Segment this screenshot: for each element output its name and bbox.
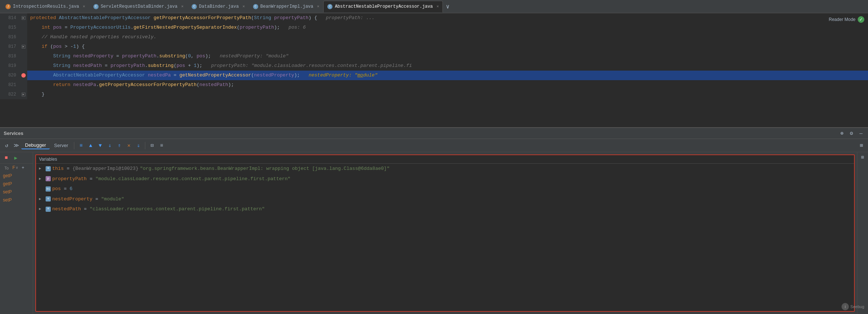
var-icon-this: ≡ (46, 166, 51, 171)
expand-propertypath[interactable]: ▶ (39, 176, 44, 182)
var-equals-nestedpath: = (84, 206, 87, 213)
gutter-819 (20, 61, 27, 71)
debugger-tab[interactable]: Debugger (21, 142, 50, 149)
tab-close-beanwrapper[interactable]: × (317, 4, 320, 9)
line-content-821: return nestedPa.getPropertyAccessorForPr… (27, 80, 868, 90)
var-value-propertypath: "module.classLoader.resources.context.pa… (95, 175, 291, 183)
stack-item-getp1[interactable]: getP (0, 172, 33, 180)
var-name-propertypath: propertyPath (52, 175, 87, 183)
fold-arrow-822[interactable]: ▶ (22, 93, 25, 96)
line-content-818: String nestedProperty = propertyPath.sub… (27, 51, 868, 61)
debugger-toolbar: ↺ ≫ Debugger Server ≡ ▲ ▼ ⇓ ⇑ ✕ ⇓ ⊟ ≡ ⊞ (0, 139, 868, 152)
layout-btn[interactable]: ⊞ (857, 141, 866, 150)
stop-btn[interactable]: ✕ (124, 141, 133, 150)
filter-f[interactable]: F (13, 165, 15, 170)
step-over-btn[interactable]: ≡ (77, 141, 85, 150)
tab-close-abstract[interactable]: × (437, 4, 439, 9)
step-into-btn[interactable]: ▼ (96, 141, 104, 150)
left-sidebar: ■ ▶ To F ∨ + getP getP setP setP (0, 152, 33, 314)
var-row-pos[interactable]: 01 pos = 6 (36, 184, 854, 194)
class-icon-servlet: C (93, 4, 99, 9)
code-line-819: 819 String nestedPath = propertyPath.sub… (0, 61, 868, 71)
services-panel: Services ⊕ ⚙ — ↺ ≫ Debugger Server ≡ ▲ ▼… (0, 127, 868, 314)
var-row-nestedproperty[interactable]: ▶ ≡ nestedProperty = "module" (36, 194, 854, 204)
seebug-logo: i (842, 303, 849, 310)
refresh-btn[interactable]: ↺ (2, 141, 11, 150)
breakpoint-820[interactable] (21, 73, 26, 78)
var-value-nestedproperty: "module" (101, 196, 124, 203)
tab-close-databinder[interactable]: × (242, 4, 245, 9)
expand-nestedpath[interactable]: ▶ (39, 206, 44, 212)
stack-item-getp2[interactable]: getP (0, 180, 33, 188)
settings-icon-btn[interactable]: ⚙ (848, 130, 855, 137)
variables-header: Variables (36, 155, 854, 164)
var-name-this: this (52, 165, 64, 172)
services-header: Services ⊕ ⚙ — (0, 128, 868, 139)
var-equals-pos: = (64, 185, 67, 193)
tab-abstract[interactable]: C AbstractNestablePropertyAccessor.java … (323, 1, 443, 13)
tab-introspection[interactable]: J IntrospectionResults.java × (1, 1, 89, 13)
var-row-nestedpath[interactable]: ▶ ≡ nestedPath = "classLoader.resources.… (36, 204, 854, 214)
var-row-this[interactable]: ▶ ≡ this = {BeanWrapperImpl@10023} "org.… (36, 164, 854, 174)
var-icon-propertypath: p (46, 176, 51, 181)
var-row-propertypath[interactable]: ▶ p propertyPath = "module.classLoader.r… (36, 174, 854, 184)
line-number-815: 815 (0, 23, 20, 32)
var-value-nestedpath: "classLoader.resources.context.parent.pi… (90, 206, 265, 213)
server-tab[interactable]: Server (50, 142, 72, 149)
evaluate-btn[interactable]: ⇓ (134, 141, 143, 150)
right-icon-1[interactable]: ⊞ (859, 154, 867, 161)
var-name-pos: pos (52, 185, 61, 193)
gutter-814: ▶ (20, 13, 27, 23)
align-btn[interactable]: ≡ (157, 141, 166, 150)
var-name-nestedproperty: nestedProperty (52, 196, 92, 203)
java-icon: J (6, 4, 11, 9)
expand-nestedproperty[interactable]: ▶ (39, 196, 44, 202)
fold-arrow-817[interactable]: ▶ (22, 45, 25, 49)
expand-this[interactable]: ▶ (39, 166, 44, 171)
line-number-819: 819 (0, 61, 20, 71)
tab-label-beanwrapper: BeanWrapperImpl.java (260, 4, 313, 9)
right-sidebar: ⊞ (857, 152, 868, 314)
stop-icon[interactable]: ■ (2, 154, 10, 162)
check-icon: ✓ (858, 16, 864, 23)
expand-btn[interactable]: ≫ (12, 141, 21, 150)
fold-arrow-814[interactable]: ▶ (22, 16, 25, 20)
var-icon-nestedpath: ≡ (46, 207, 51, 212)
frame-label: To (2, 164, 11, 171)
globe-icon-btn[interactable]: ⊕ (839, 130, 845, 137)
code-line-816: 816 // Handle nested properties recursiv… (0, 32, 868, 42)
var-icon-pos: 01 (46, 186, 51, 192)
stack-item-setp2[interactable]: setP (0, 196, 33, 204)
dropdown-arrow[interactable]: ∨ (16, 165, 18, 170)
tab-overflow-button[interactable]: ∨ (443, 1, 452, 12)
tab-databinder[interactable]: C DataBinder.java × (188, 1, 249, 13)
tab-close-introspection[interactable]: × (83, 4, 85, 9)
code-editor: 814 ▶ protected AbstractNestableProperty… (0, 13, 868, 127)
run-icon[interactable]: ▶ (12, 154, 20, 162)
tab-label-introspection: IntrospectionResults.java (13, 4, 79, 9)
add-watch-btn[interactable]: + (22, 165, 24, 170)
line-number-820: 820 (0, 71, 20, 80)
minimize-icon-btn[interactable]: — (858, 130, 864, 137)
line-content-822: } (27, 90, 868, 99)
line-content-816: // Handle nested properties recursively. (27, 32, 868, 42)
line-number-814: 814 (0, 13, 20, 23)
stack-item-setp1[interactable]: setP (0, 188, 33, 196)
var-value-this: "org.springframework.beans.BeanWrapperIm… (140, 165, 389, 172)
gutter-820 (20, 71, 27, 80)
reader-mode-button[interactable]: Reader Mode ✓ (829, 16, 864, 23)
line-content-814: protected AbstractNestablePropertyAccess… (27, 13, 868, 23)
tab-label-databinder: DataBinder.java (199, 4, 239, 9)
line-number-822: 822 (0, 90, 20, 99)
line-content-819: String nestedPath = propertyPath.substri… (27, 61, 868, 71)
var-icon-nestedproperty: ≡ (46, 196, 51, 201)
table-view-btn[interactable]: ⊟ (147, 141, 156, 150)
tab-beanwrapper[interactable]: C BeanWrapperImpl.java × (249, 1, 324, 13)
run-to-cursor-btn[interactable]: ⇑ (115, 141, 124, 150)
seebug-badge: i Seebug (842, 303, 864, 310)
gutter-818 (20, 51, 27, 61)
step-out-btn[interactable]: ⇓ (105, 141, 114, 150)
tab-servlet[interactable]: C ServletRequestDataBinder.java × (89, 1, 188, 13)
step-resume-btn[interactable]: ▲ (86, 141, 95, 150)
tab-close-servlet[interactable]: × (181, 4, 184, 9)
